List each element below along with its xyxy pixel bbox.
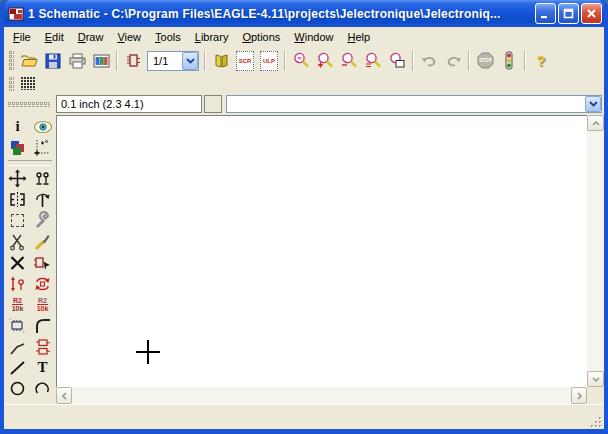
smash-button[interactable] (6, 315, 30, 336)
erc-button[interactable] (497, 49, 521, 73)
gateswap-button[interactable] (31, 273, 55, 294)
redo-button[interactable] (441, 49, 465, 73)
save-button[interactable] (41, 49, 65, 73)
move-icon (8, 169, 27, 188)
chevron-down-icon (592, 377, 600, 382)
move-button[interactable] (6, 168, 30, 189)
menu-library[interactable]: Library (188, 28, 236, 46)
undo-icon (420, 53, 439, 69)
scroll-right-button[interactable] (571, 387, 587, 404)
copy-button[interactable] (31, 168, 55, 189)
schematic-canvas[interactable] (56, 115, 587, 387)
menu-options[interactable]: Options (235, 28, 287, 46)
zoom-select-icon (364, 51, 383, 70)
info-icon: i (15, 119, 19, 134)
print-button[interactable] (65, 49, 89, 73)
paste-icon (33, 233, 52, 251)
run-ulp-icon: ULP (260, 51, 278, 71)
split-button[interactable] (6, 336, 30, 357)
arc-button[interactable] (31, 378, 55, 399)
miter-icon (34, 317, 52, 334)
toolbar-grip[interactable] (9, 51, 14, 71)
menu-draw[interactable]: Draw (71, 28, 111, 46)
run-ulp-button[interactable]: ULP (257, 49, 281, 73)
board-button[interactable] (121, 49, 145, 73)
scroll-down-button[interactable] (587, 371, 604, 387)
menu-tools[interactable]: Tools (148, 28, 188, 46)
svg-text:STOP: STOP (479, 58, 491, 63)
command-bar: 0.1 inch (2.3 4.1) (4, 93, 604, 115)
export-button[interactable] (89, 49, 113, 73)
erc-traffic-light-icon (502, 51, 516, 70)
horizontal-scrollbar[interactable] (56, 387, 587, 404)
parameter-toolbar-grip[interactable] (9, 77, 14, 91)
group-button[interactable] (6, 210, 30, 231)
undo-button[interactable] (417, 49, 441, 73)
chevron-down-icon (589, 101, 598, 107)
menu-file[interactable]: File (6, 28, 38, 46)
show-button[interactable] (31, 116, 55, 137)
close-icon (585, 7, 598, 20)
horizontal-scroll-track[interactable] (72, 387, 571, 404)
menu-window[interactable]: Window (287, 28, 340, 46)
delete-icon (9, 255, 26, 271)
app-icon[interactable] (8, 6, 24, 22)
scroll-left-button[interactable] (56, 387, 72, 404)
circle-icon (9, 380, 26, 397)
toolbar-separator (284, 51, 286, 71)
library-button[interactable] (209, 49, 233, 73)
maximize-button[interactable] (558, 3, 579, 24)
text-button[interactable]: T (31, 357, 55, 378)
toolbar-separator (412, 51, 414, 71)
circle-button[interactable] (6, 378, 30, 399)
open-button[interactable] (17, 49, 41, 73)
cut-icon (8, 233, 27, 251)
change-button[interactable] (31, 210, 55, 231)
close-button[interactable] (581, 3, 602, 24)
cut-button[interactable] (6, 231, 30, 252)
delete-button[interactable] (6, 252, 30, 273)
command-history-dropdown-button[interactable] (585, 96, 601, 112)
zoom-out-icon (340, 51, 359, 70)
zoom-redraw-button[interactable] (385, 49, 409, 73)
menu-view[interactable]: View (110, 28, 148, 46)
scroll-up-button[interactable] (587, 115, 604, 131)
mark-icon (33, 138, 52, 157)
eagle-window: 1 Schematic - C:\Program Files\EAGLE-4.1… (0, 0, 608, 434)
miter-button[interactable] (31, 315, 55, 336)
mark-button[interactable] (31, 137, 55, 158)
zoom-out-button[interactable] (337, 49, 361, 73)
value-button[interactable]: R2 10k (31, 294, 55, 315)
pinswap-button[interactable] (6, 273, 30, 294)
info-button[interactable]: i (6, 116, 30, 137)
grid-button[interactable] (17, 75, 39, 92)
name-button[interactable]: R2 10k (6, 294, 30, 315)
vertical-scrollbar[interactable] (587, 115, 604, 387)
sheet-selector-dropdown-button[interactable] (182, 52, 198, 70)
menu-edit[interactable]: Edit (38, 28, 71, 46)
display-button[interactable] (6, 137, 30, 158)
zoom-select-button[interactable] (361, 49, 385, 73)
stop-button[interactable]: STOP (473, 49, 497, 73)
zoom-fit-button[interactable] (289, 49, 313, 73)
rotate-button[interactable] (31, 189, 55, 210)
vertical-scroll-track[interactable] (587, 131, 604, 371)
minimize-button[interactable] (535, 3, 556, 24)
mirror-button[interactable] (6, 189, 30, 210)
sheet-selector[interactable]: 1/1 (147, 51, 199, 71)
main-area: i (4, 115, 604, 404)
smash-icon (8, 317, 27, 334)
paste-button[interactable] (31, 231, 55, 252)
command-toolbar-grip[interactable] (8, 102, 50, 107)
wire-button[interactable] (6, 357, 30, 378)
resize-grip-icon[interactable] (589, 415, 603, 429)
titlebar[interactable]: 1 Schematic - C:\Program Files\EAGLE-4.1… (4, 0, 604, 27)
invoke-button[interactable] (31, 336, 55, 357)
command-input[interactable] (227, 97, 585, 111)
help-button[interactable]: ? (529, 49, 553, 73)
add-button[interactable] (31, 252, 55, 273)
script-button[interactable]: SCR (233, 49, 257, 73)
toolbar-separator (116, 51, 118, 71)
zoom-in-button[interactable] (313, 49, 337, 73)
menu-help[interactable]: Help (340, 28, 377, 46)
